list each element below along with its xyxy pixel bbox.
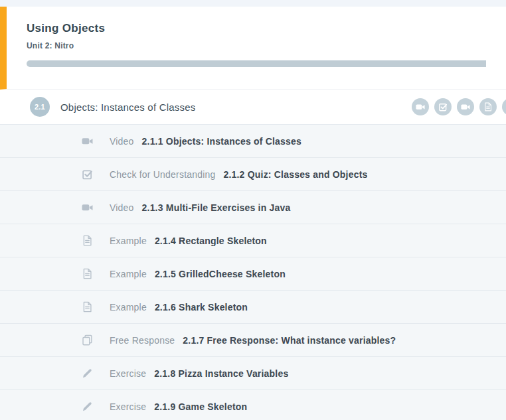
item-type-label: Check for Understanding: [110, 169, 215, 180]
course-syllabus-page: Using Objects Unit 2: Nitro 2.1 Objects:…: [0, 0, 506, 420]
check-square-icon: [81, 169, 93, 180]
item-type-label: Example: [110, 302, 147, 313]
lesson-item-row[interactable]: Example 2.1.5 GrilledCheese Skeleton: [0, 257, 506, 291]
document-icon: [479, 98, 497, 115]
item-type-label: Free Response: [110, 335, 175, 346]
video-icon: [81, 202, 93, 214]
item-title-link[interactable]: 2.1.6 Shark Skeleton: [155, 302, 248, 313]
pencil-icon: [81, 401, 93, 413]
document-icon: [81, 268, 93, 280]
item-type-label: Video: [110, 136, 134, 147]
lesson-item-row[interactable]: Video 2.1.3 Multi-File Exercises in Java: [0, 191, 506, 224]
item-title-link[interactable]: 2.1.9 Game Skeleton: [154, 401, 247, 412]
item-type-label: Video: [110, 202, 134, 213]
lesson-item-row[interactable]: Example 2.1.6 Shark Skeleton: [0, 291, 506, 324]
pencil-icon: [81, 368, 93, 380]
document-icon: [81, 301, 93, 313]
check-square-icon: [434, 98, 452, 115]
lesson-item-row[interactable]: Exercise 2.1.9 Game Skeleton: [0, 390, 506, 420]
item-type-label: Exercise: [110, 368, 146, 379]
item-type-label: Example: [110, 269, 147, 279]
lesson-item-type-summary: [412, 98, 506, 115]
module-progress-bar: [27, 60, 486, 67]
copy-icon: [81, 334, 93, 346]
lesson-section-header[interactable]: 2.1 Objects: Instances of Classes: [0, 90, 506, 124]
item-title-link[interactable]: 2.1.5 GrilledCheese Skeleton: [155, 269, 286, 279]
lesson-section-title: Objects: Instances of Classes: [60, 102, 195, 113]
lesson-item-row[interactable]: Check for Understanding 2.1.2 Quiz: Clas…: [0, 158, 506, 191]
document-icon: [502, 98, 506, 115]
lesson-number-badge: 2.1: [30, 97, 50, 117]
document-icon: [81, 235, 93, 247]
lesson-item-row[interactable]: Free Response 2.1.7 Free Response: What …: [0, 324, 506, 357]
unit-subtitle: Unit 2: Nitro: [27, 41, 506, 50]
video-icon: [81, 135, 93, 147]
item-title-link[interactable]: 2.1.7 Free Response: What instance varia…: [183, 335, 396, 346]
lesson-item-row[interactable]: Exercise 2.1.8 Pizza Instance Variables: [0, 357, 506, 390]
item-title-link[interactable]: 2.1.1 Objects: Instances of Classes: [142, 136, 301, 147]
item-title-link[interactable]: 2.1.3 Multi-File Exercises in Java: [142, 202, 291, 213]
item-type-label: Example: [110, 236, 147, 246]
item-title-link[interactable]: 2.1.8 Pizza Instance Variables: [154, 368, 288, 379]
item-title-link[interactable]: 2.1.2 Quiz: Classes and Objects: [223, 169, 367, 180]
item-type-label: Exercise: [110, 401, 146, 412]
lesson-item-row[interactable]: Example 2.1.4 Rectangle Skeleton: [0, 224, 506, 257]
module-header-card: Using Objects Unit 2: Nitro: [0, 7, 506, 90]
lesson-item-list: Video 2.1.1 Objects: Instances of Classe…: [0, 124, 506, 420]
video-icon: [412, 98, 429, 115]
item-title-link[interactable]: 2.1.4 Rectangle Skeleton: [155, 236, 267, 246]
page-title: Using Objects: [27, 22, 506, 35]
lesson-item-row[interactable]: Video 2.1.1 Objects: Instances of Classe…: [0, 125, 506, 158]
video-icon: [457, 98, 474, 115]
